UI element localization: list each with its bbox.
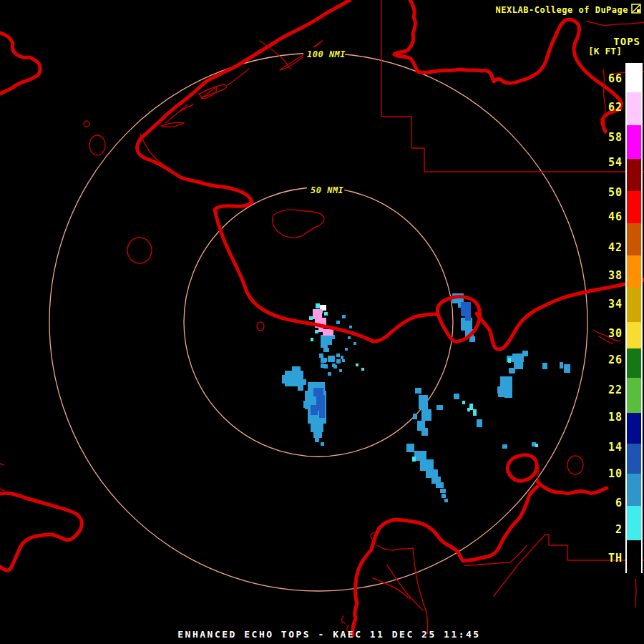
echo-tops-2kft-cell [324,312,328,316]
coastline-main [137,0,437,341]
legend-tick-66: 66 [608,74,623,84]
legend-tick-38: 38 [608,270,623,281]
echo-tops-10kft-cell [560,362,563,369]
echo-tops-10kft-cell [328,372,331,376]
legend-tick-46: 46 [608,212,623,223]
legend-color-block [627,64,641,92]
boundary-vertical-bottomright [635,575,636,607]
echo-tops-14kft-cell [311,405,318,415]
legend-color-block [627,191,641,223]
echo-tops-2kft-cell [412,457,416,462]
legend-tick-14: 14 [608,442,623,453]
legend-color-block [627,92,641,125]
legend-tick-58: 58 [608,132,623,143]
echo-tops-10kft-cell [415,388,421,394]
echo-tops-10kft-cell [497,386,503,394]
legend-tick-50: 50 [608,187,623,198]
echo-tops-10kft-cell [323,364,328,369]
legend-tick-42: 42 [608,243,623,253]
echo-tops-14kft-cell [465,315,471,321]
echo-tops-10kft-cell [342,315,346,318]
echo-tops-58kft-cell [323,329,333,336]
legend-color-block [627,444,641,474]
echo-tops-10kft-cell [321,442,324,446]
echo-tops-10kft-cell [353,342,356,345]
echo-tops-10kft-cell [336,321,340,324]
echo-tops-10kft-cell [421,409,431,421]
echo-tops-10kft-cell [509,368,515,374]
echo-tops-10kft-cell [349,326,352,328]
legend-color-block [627,540,641,579]
echo-tops-58kft-cell [318,328,323,332]
legend-tick-22: 22 [608,385,623,396]
echo-tops-2kft-cell [535,444,538,447]
small-circle-1 [84,121,89,127]
legend-color-block [627,348,641,378]
brand-text: NEXLAB-College of DuPage [496,5,628,15]
cod-logo-icon [631,4,641,16]
echo-tops-10kft-cell [436,405,443,410]
legend-color-block [627,159,641,191]
echo-tops-10kft-cell [303,401,308,408]
echo-tops-10kft-cell [414,451,426,461]
echo-tops-2kft-cell [473,409,477,416]
echo-tops-10kft-cell [436,482,444,488]
legend-color-block [627,378,641,413]
echo-tops-2kft-cell [316,303,320,308]
echo-tops-10kft-cell [421,428,428,436]
legend-color-block [627,474,641,506]
ring-labels: 100 NMI 50 NMI [303,47,346,195]
echo-tops-14kft-cell [461,302,471,316]
coast-detail-topright-1 [587,21,644,26]
echo-tops-10kft-cell [315,438,319,442]
echo-tops-10kft-cell [454,394,459,399]
echo-tops-58kft-cell [313,309,322,319]
coastline-topright-bays [394,0,621,132]
echo-tops-10kft-cell [345,348,348,351]
echo-tops-10kft-cell [420,459,434,471]
lake-thin-center [273,210,324,238]
echo-tops-10kft-cell [328,356,335,362]
ring-label-100nmi: 100 NMI [307,49,346,59]
header-brand: NEXLAB-College of DuPage [496,4,641,16]
delta-east-thin [464,545,527,565]
echo-tops-10kft-cell [311,424,323,432]
legend-tick-10: 10 [608,469,623,479]
echo-tops-10kft-cell [440,489,446,493]
echo-tops-10kft-cell [504,392,512,398]
echo-tops-10kft-cell [413,414,417,419]
delta-channels [373,545,428,634]
echo-tops-10kft-cell [313,432,322,438]
legend-units: [K FT] [588,46,622,57]
echo-tops-10kft-cell [321,358,326,363]
echo-tops-10kft-cell [342,359,345,362]
echo-tops-10kft-cell [336,359,341,364]
echo-tops-2kft-cell [315,330,318,333]
radar-map: 100 NMI 50 NMI [0,0,644,644]
barrier-islands-nw [165,41,323,123]
legend-tick-18: 18 [608,412,623,423]
echo-tops-10kft-cell [348,336,351,339]
product-caption: ENHANCED ECHO TOPS - KAEC 11 DEC 25 11:4… [0,629,644,640]
echo-tops-10kft-cell [502,444,507,449]
echo-tops-2kft-cell [309,316,313,320]
legend-color-block [627,413,641,444]
echo-tops-10kft-cell [292,366,301,371]
echo-tops-2kft-cell [311,338,313,341]
legend-color-block [627,223,641,255]
echo-tops-10kft-cell [564,364,570,373]
ring-label-50nmi: 50 NMI [311,185,344,195]
coastline-delta [353,487,537,635]
echo-tops-10kft-cell [477,419,482,427]
radar-display: 100 NMI 50 NMI NEXLAB-College of DuPage … [0,0,644,644]
circle-right [567,456,583,474]
echo-tops-2kft-cell [508,358,511,363]
legend-tick-62: 62 [608,102,623,113]
echo-tops-2kft-cell [361,368,364,371]
small-circle-2 [89,135,105,155]
echo-tops-14kft-cell [319,411,325,418]
echo-tops-10kft-cell [336,353,340,357]
echo-tops-10kft-cell [282,375,286,384]
lake-loop-right [507,455,537,481]
echo-tops-10kft-cell [332,364,336,367]
